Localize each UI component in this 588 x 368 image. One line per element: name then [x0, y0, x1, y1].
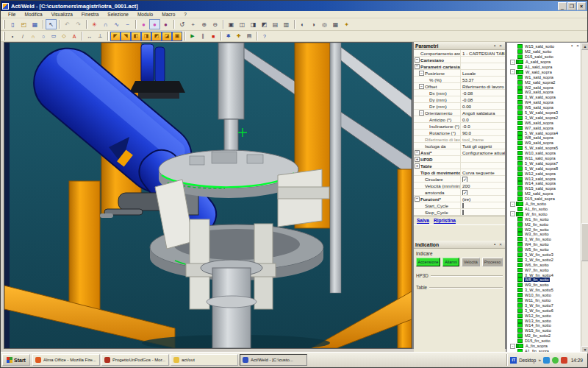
- param-value[interactable]: Tutti gli oggetti: [461, 144, 505, 149]
- select-arrow-icon[interactable]: ↖: [46, 19, 57, 29]
- redo-icon[interactable]: ↷: [73, 19, 84, 29]
- param-row[interactable]: Dx (mm)-0.08: [414, 90, 505, 96]
- tree-item[interactable]: W4_fin_sotto: [509, 242, 581, 247]
- tree-item[interactable]: W1_sald_sopra: [509, 74, 581, 79]
- start-button[interactable]: Start: [2, 354, 30, 366]
- tree-item[interactable]: 3_W_sald_sopra: [509, 95, 581, 100]
- minimize-button[interactable]: _: [558, 2, 567, 10]
- tree-item[interactable]: M2_sald_sopra: [509, 191, 581, 197]
- param-row[interactable]: Rotazione (°)90.0: [414, 130, 505, 136]
- tree-item[interactable]: W9_sald_sopra: [509, 141, 581, 146]
- param-row[interactable]: +HP3D: [414, 156, 505, 163]
- param-row[interactable]: arrotonda✓: [414, 189, 505, 196]
- tree-item[interactable]: W10_sald_sopra: [509, 151, 581, 156]
- help-icon[interactable]: ?: [259, 32, 270, 41]
- param-value[interactable]: 0.0: [461, 117, 505, 122]
- param-row[interactable]: Circolare✓: [414, 176, 505, 183]
- tree-item[interactable]: W11_fin_sotto: [509, 298, 581, 303]
- titlebar[interactable]: Act/Weld - [C:\customers\magistri\otra_0…: [1, 1, 587, 11]
- tree-item[interactable]: M2_fin_sotto: [509, 222, 581, 227]
- weld-view-6-icon[interactable]: ◪: [162, 32, 172, 41]
- menu-file[interactable]: File: [4, 12, 20, 17]
- display-settings-icon[interactable]: ✦: [341, 19, 352, 29]
- tree-item[interactable]: W11_sald_sopra: [509, 156, 581, 161]
- tree-item[interactable]: 3_W_fin_sotto: [509, 237, 581, 242]
- zoom-out-icon[interactable]: ⊖: [209, 19, 220, 29]
- param-value[interactable]: Locale: [461, 71, 505, 76]
- scrollbar-thumb[interactable]: [581, 223, 588, 261]
- language-indicator[interactable]: IT: [510, 357, 517, 364]
- toolbar-grip[interactable]: [3, 32, 5, 40]
- tree-item[interactable]: W3_fin_sotto: [509, 232, 581, 237]
- collapse-icon[interactable]: −: [419, 71, 424, 76]
- view-front-icon[interactable]: ◫: [237, 19, 248, 29]
- tree-item[interactable]: W3_sald_sopra: [509, 90, 581, 95]
- taskbar-task[interactable]: Alma Office - Mozilla Fire...: [32, 354, 100, 366]
- pan-icon[interactable]: +: [187, 19, 198, 29]
- param-row[interactable]: −Parametri cartesiani*: [414, 63, 505, 70]
- tree-item[interactable]: 3_W_fin_sotto2: [509, 257, 581, 262]
- tree-item[interactable]: M2_sald_sopra2: [509, 79, 581, 85]
- tree-item[interactable]: W6_fin_sotto: [509, 262, 581, 267]
- param-value[interactable]: [461, 203, 505, 208]
- collapse-icon[interactable]: −: [415, 197, 420, 202]
- param-value[interactable]: Angoli saldatura: [461, 110, 505, 116]
- status-tray-icon[interactable]: [552, 357, 559, 364]
- arc-icon[interactable]: ∩: [28, 32, 38, 41]
- param-value[interactable]: -0.0: [461, 124, 505, 129]
- app-tray-icon[interactable]: [561, 357, 567, 364]
- collapse-icon[interactable]: −: [415, 57, 420, 63]
- weld-view-3-icon[interactable]: ◧: [131, 32, 141, 41]
- param-value[interactable]: 53.37: [461, 77, 505, 82]
- tree-item[interactable]: W6_sald_sopra: [509, 120, 581, 125]
- tree-item[interactable]: -A_fin_sotto: [509, 202, 581, 207]
- menu-visualizza[interactable]: Visualizza: [47, 12, 77, 17]
- param-value[interactable]: (tre): [461, 197, 505, 202]
- tree-item[interactable]: -W_fin_sotto: [509, 211, 581, 216]
- tree-item[interactable]: 3_W_fin_sotto3: [509, 252, 581, 258]
- param-row[interactable]: Velocità (mm/min)200: [414, 183, 505, 189]
- tree-item[interactable]: W5_fin_sotto: [509, 247, 581, 252]
- param-value[interactable]: Configurazione attuale: [461, 150, 505, 155]
- tree-item[interactable]: -A_fin_sopra: [509, 344, 581, 349]
- add-point-icon[interactable]: ✳: [89, 19, 100, 29]
- weld-view-2-icon[interactable]: ◥: [121, 32, 131, 41]
- open-folder-icon[interactable]: ◰: [18, 19, 29, 29]
- collapse-icon[interactable]: −: [415, 150, 420, 155]
- point-icon[interactable]: •: [7, 32, 18, 41]
- tree-item[interactable]: W7_sald_sopra: [509, 125, 581, 130]
- spline-icon[interactable]: ~: [122, 19, 133, 29]
- tree-item[interactable]: A1_sald_sopra: [509, 65, 581, 70]
- tree-item[interactable]: -A_sald_sopra: [509, 60, 581, 65]
- param-value[interactable]: 1 - CARTESIAN TABLE FREE: [461, 51, 505, 56]
- tree-item[interactable]: W2_fin_sotto: [509, 227, 581, 232]
- checkbox-checked-icon[interactable]: ✓: [462, 190, 467, 195]
- param-row[interactable]: Anticipo (°)0.0: [414, 116, 505, 123]
- tree-item[interactable]: 5_W_sald_sopra7: [509, 160, 581, 166]
- weld-sphere-selected-icon[interactable]: ●: [149, 19, 160, 29]
- param-row[interactable]: Start_Cycle: [414, 202, 505, 209]
- rect-icon[interactable]: ▭: [49, 32, 59, 41]
- param-row[interactable]: −Assi*Configurazione attuale: [414, 149, 505, 156]
- weld-view-5-icon[interactable]: ◩: [151, 32, 162, 41]
- group-label[interactable]: Table: [416, 285, 427, 290]
- tree-item[interactable]: W14_fin_sotto: [509, 323, 581, 328]
- param-row[interactable]: Stop_Cycle: [414, 209, 505, 216]
- taskbar-task[interactable]: act/out: [171, 354, 238, 366]
- tree-item[interactable]: M2_sald_sotto: [509, 49, 581, 54]
- tree-item[interactable]: D15_sald_sopra: [509, 197, 581, 202]
- rotate-view-icon[interactable]: ↺: [176, 19, 187, 29]
- curve-icon[interactable]: ∿: [111, 19, 122, 29]
- collapse-icon[interactable]: -: [510, 344, 515, 349]
- view-top-icon[interactable]: ▣: [226, 19, 237, 29]
- collapse-icon[interactable]: -: [510, 69, 515, 74]
- param-row[interactable]: Comportamento assi1 - CARTESIAN TABLE FR…: [414, 50, 505, 57]
- param-row[interactable]: −PosizioneLocale: [414, 70, 505, 77]
- collapse-icon[interactable]: -: [510, 211, 515, 216]
- dimension-icon[interactable]: ↔: [85, 32, 95, 41]
- tree-item[interactable]: 5_W_sald_sopra3: [509, 110, 581, 116]
- indication-button-allarmi[interactable]: Allarmi: [442, 258, 459, 266]
- tree-item[interactable]: W10_fin_sotto: [509, 293, 581, 298]
- pause-icon[interactable]: ∥: [198, 32, 208, 41]
- tree-item[interactable]: 3_W_fin_sotto5: [509, 288, 581, 293]
